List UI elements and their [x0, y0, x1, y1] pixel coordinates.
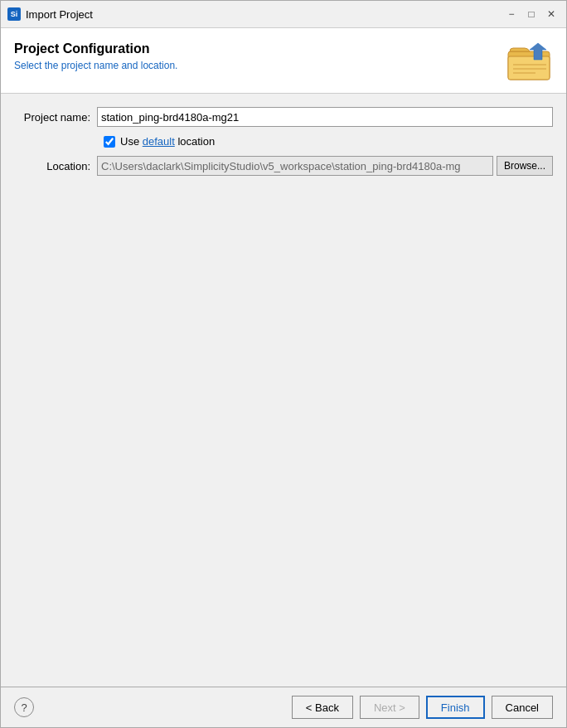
close-button[interactable]: ✕	[543, 6, 560, 22]
page-subtitle: Select the project name and location.	[14, 60, 177, 71]
content-area: Project Configuration Select the project…	[1, 28, 566, 687]
page-title: Project Configuration	[14, 41, 177, 56]
cancel-button[interactable]: Cancel	[492, 696, 553, 719]
folder-svg-icon	[506, 41, 553, 83]
window-controls: − □ ✕	[503, 6, 560, 22]
location-input	[97, 156, 493, 176]
project-name-input[interactable]	[97, 107, 553, 127]
project-name-label: Project name:	[14, 111, 97, 124]
bottom-bar: ? < Back Next > Finish Cancel	[1, 687, 566, 727]
app-icon: Si	[7, 7, 21, 21]
location-label: Location:	[14, 160, 97, 172]
svg-rect-1	[508, 56, 550, 80]
import-project-dialog: Si Import Project − □ ✕ Project Configur…	[0, 0, 567, 728]
back-button[interactable]: < Back	[292, 696, 353, 719]
use-default-location-checkbox[interactable]	[104, 136, 115, 148]
header-icon	[506, 41, 553, 83]
browse-button[interactable]: Browse...	[497, 156, 553, 176]
dialog-title: Import Project	[26, 8, 93, 21]
title-bar: Si Import Project − □ ✕	[1, 1, 566, 28]
bottom-right: < Back Next > Finish Cancel	[292, 696, 553, 719]
header-text: Project Configuration Select the project…	[14, 41, 177, 71]
maximize-button[interactable]: □	[523, 6, 540, 22]
finish-button[interactable]: Finish	[426, 696, 485, 719]
minimize-button[interactable]: −	[503, 6, 520, 22]
title-bar-left: Si Import Project	[7, 7, 93, 21]
form-section: Project name: Use default location Locat…	[1, 94, 566, 687]
header-section: Project Configuration Select the project…	[1, 28, 566, 94]
project-name-row: Project name:	[14, 107, 553, 127]
bottom-left: ?	[14, 697, 34, 717]
help-button[interactable]: ?	[14, 697, 34, 717]
use-default-location-label[interactable]: Use default location	[120, 135, 215, 148]
location-row: Location: Browse...	[14, 156, 553, 176]
next-button[interactable]: Next >	[360, 696, 419, 719]
use-default-location-row: Use default location	[14, 135, 553, 148]
